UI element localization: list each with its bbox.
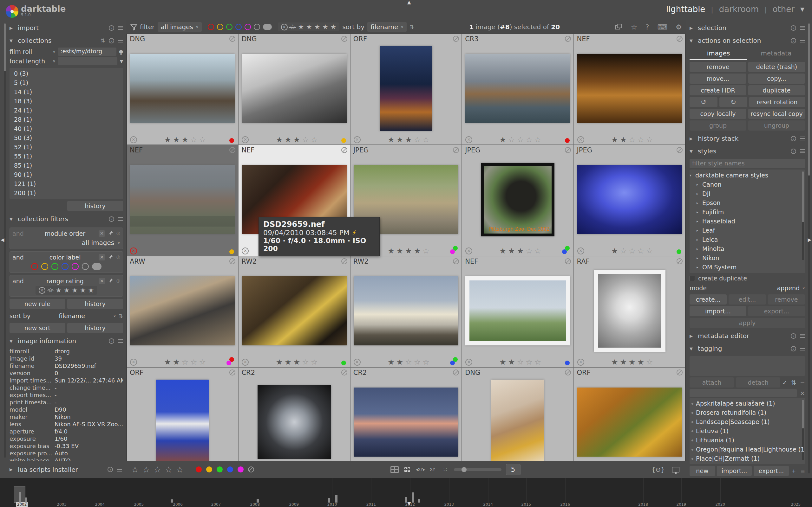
group-icon[interactable] bbox=[341, 370, 347, 376]
reset-icon[interactable]: i bbox=[109, 38, 114, 43]
rating-stars[interactable]: ★★☆☆☆ bbox=[472, 358, 570, 367]
focal-length-item[interactable]: 5 (1) bbox=[9, 78, 123, 88]
styles-tree-item[interactable]: ▸Minolta bbox=[690, 244, 805, 253]
group-icon[interactable] bbox=[676, 258, 682, 264]
rating-stars-control[interactable]: ☆☆☆☆☆ bbox=[131, 465, 188, 474]
color-label-button-blue[interactable] bbox=[227, 466, 233, 472]
styles-tree-item[interactable]: ▸Fujifilm bbox=[690, 208, 805, 217]
preferences-gear-icon[interactable]: ⚙ bbox=[676, 23, 682, 31]
rating-stars[interactable]: ★★★☆☆ bbox=[472, 246, 570, 256]
color-circle-all[interactable] bbox=[263, 24, 272, 30]
apply-style-button[interactable]: apply bbox=[690, 318, 805, 328]
thumbnail-cell[interactable]: JPEGPittsburgh Zoo, Dec 2002✕★★★☆☆ bbox=[462, 145, 573, 256]
tag-item[interactable]: Drosera rotundifolia (1) bbox=[690, 408, 805, 417]
group-icon[interactable] bbox=[565, 147, 571, 153]
color-circle-green[interactable] bbox=[226, 24, 233, 30]
rule-name[interactable]: module order bbox=[32, 230, 99, 237]
color-circle-magenta[interactable] bbox=[72, 263, 79, 270]
history-stack-section-header[interactable]: ▶ history stack i bbox=[690, 132, 805, 145]
rule-property-label[interactable]: focal length bbox=[9, 58, 50, 65]
timeline-year-label[interactable]: 2010 bbox=[327, 502, 337, 507]
timeline-year-label[interactable]: 2015 bbox=[521, 502, 531, 507]
create-HDR-button[interactable]: create HDR bbox=[690, 85, 746, 95]
focal-length-item[interactable]: 121 (1) bbox=[9, 179, 123, 188]
zoom-slider[interactable] bbox=[454, 468, 502, 471]
star-filter-icons[interactable]: ★ ★ ★ ★ ★ bbox=[298, 23, 337, 31]
thumbnail-cell[interactable]: RW2✕★★★☆☆ bbox=[239, 257, 350, 367]
sort-direction-icon[interactable]: ⇅ bbox=[119, 313, 123, 319]
focal-length-item[interactable]: 18 (3) bbox=[9, 97, 123, 106]
focus-peaking-icon[interactable]: {⊖} bbox=[652, 466, 665, 473]
create-duplicate-checkbox[interactable] bbox=[690, 276, 695, 281]
group-icon[interactable] bbox=[565, 258, 571, 264]
reject-icon[interactable]: ✕ bbox=[577, 247, 584, 255]
timeline-strip[interactable]: 2002200320042005200620072008200920102011… bbox=[0, 478, 812, 507]
color-circle-yellow[interactable] bbox=[217, 24, 223, 30]
reject-filter-icon[interactable]: ✕ bbox=[281, 24, 288, 31]
reject-icon[interactable]: ✕ bbox=[465, 247, 472, 255]
group-icon[interactable] bbox=[676, 36, 682, 42]
tag-item[interactable]: Apskritalapė saulašarė (1) bbox=[690, 399, 805, 408]
pin-rule-icon[interactable] bbox=[108, 254, 113, 261]
sort-field-dropdown[interactable]: filename bbox=[33, 313, 111, 320]
focal-length-item[interactable]: 52 (1) bbox=[9, 143, 123, 152]
new-sort-button[interactable]: new sort bbox=[9, 323, 65, 333]
group-icon[interactable] bbox=[565, 36, 571, 42]
timeline-year-label[interactable]: 2006 bbox=[173, 502, 183, 507]
presets-menu-icon[interactable] bbox=[118, 339, 123, 343]
group-icon[interactable] bbox=[229, 258, 235, 264]
thumbnail-cell[interactable]: NEF✕★★☆☆☆ bbox=[574, 34, 685, 145]
tag-item[interactable]: Landscape|Seascape (1) bbox=[690, 417, 805, 427]
import-export-arrows-icon[interactable]: ⇅ bbox=[791, 379, 796, 386]
style-filter-input[interactable]: filter style names bbox=[690, 159, 805, 168]
color-circle-none[interactable] bbox=[254, 24, 260, 30]
zoomable-view-icon[interactable] bbox=[403, 466, 411, 473]
view-tab-darkroom[interactable]: darkroom bbox=[719, 4, 759, 14]
reject-icon[interactable]: ✕ bbox=[465, 136, 472, 143]
color-circle-blue[interactable] bbox=[61, 263, 68, 270]
export-tags-button[interactable]: export... bbox=[754, 466, 789, 476]
reject-icon[interactable]: ✕ bbox=[577, 359, 584, 366]
tag-entry-input[interactable] bbox=[690, 389, 797, 397]
move--button[interactable]: move... bbox=[690, 73, 746, 83]
timeline-year-label[interactable]: 2018 bbox=[638, 502, 648, 507]
view-tab-other[interactable]: other bbox=[773, 4, 795, 14]
import--style-button[interactable]: import... bbox=[690, 306, 746, 316]
reset-icon[interactable]: i bbox=[107, 467, 113, 472]
detach-tag-button[interactable]: detach bbox=[736, 377, 780, 388]
thumbnail-cell[interactable]: ARW✕★★☆☆☆ bbox=[127, 257, 238, 367]
ungroup-button[interactable]: ungroup bbox=[748, 120, 805, 130]
reset-icon[interactable]: i bbox=[791, 25, 796, 31]
image-information-section-header[interactable]: ▼ image information i bbox=[9, 335, 123, 347]
export--style-button[interactable]: export... bbox=[748, 306, 805, 316]
rating-stars[interactable]: ★★☆☆☆ bbox=[584, 135, 682, 144]
thumbnail-cell[interactable]: CR2 bbox=[239, 368, 350, 461]
timeline-year-label[interactable]: 2014 bbox=[483, 502, 493, 507]
collection-filters-section-header[interactable]: ▼ collection filters i bbox=[9, 213, 123, 225]
presets-menu-icon[interactable] bbox=[117, 468, 122, 471]
group-icon[interactable] bbox=[453, 36, 459, 42]
mode-dropdown[interactable]: append bbox=[777, 285, 800, 291]
tag-item[interactable]: Lietuva (1) bbox=[690, 427, 805, 436]
import-section-header[interactable]: ▶ import i bbox=[9, 21, 123, 34]
import-tags-button[interactable]: import... bbox=[717, 466, 752, 476]
group-icon[interactable] bbox=[453, 370, 459, 376]
display-profile-icon[interactable] bbox=[672, 467, 679, 472]
power-rule-icon[interactable]: ⏼ bbox=[116, 278, 120, 284]
thumbnail-cell[interactable]: DNG bbox=[462, 368, 573, 461]
rating-stars[interactable]: ★★★☆☆ bbox=[137, 135, 235, 144]
tag-item[interactable]: Place|CH|Zermatt (1) bbox=[690, 454, 805, 463]
filter-scope-dropdown[interactable]: all images ∨ bbox=[158, 22, 202, 32]
rating-stars[interactable]: ★☆☆☆☆ bbox=[584, 246, 682, 256]
full-preview-icon[interactable]: ⛶ bbox=[441, 466, 450, 473]
presets-menu-icon[interactable] bbox=[800, 39, 805, 43]
star-overlay-icon[interactable]: ☆ bbox=[631, 23, 637, 31]
color-circle-all[interactable] bbox=[92, 263, 101, 270]
focal-length-item[interactable]: 85 (1) bbox=[9, 161, 123, 170]
sort-history-button[interactable]: history bbox=[67, 323, 123, 333]
edit--style-button[interactable]: edit... bbox=[728, 294, 766, 304]
timeline-year-label[interactable]: 2009 bbox=[289, 502, 299, 507]
color-circle-red[interactable] bbox=[208, 24, 214, 30]
sort-field-dropdown[interactable]: filename ∨ bbox=[367, 22, 407, 32]
right-panel-scrollbar[interactable] bbox=[808, 23, 810, 473]
